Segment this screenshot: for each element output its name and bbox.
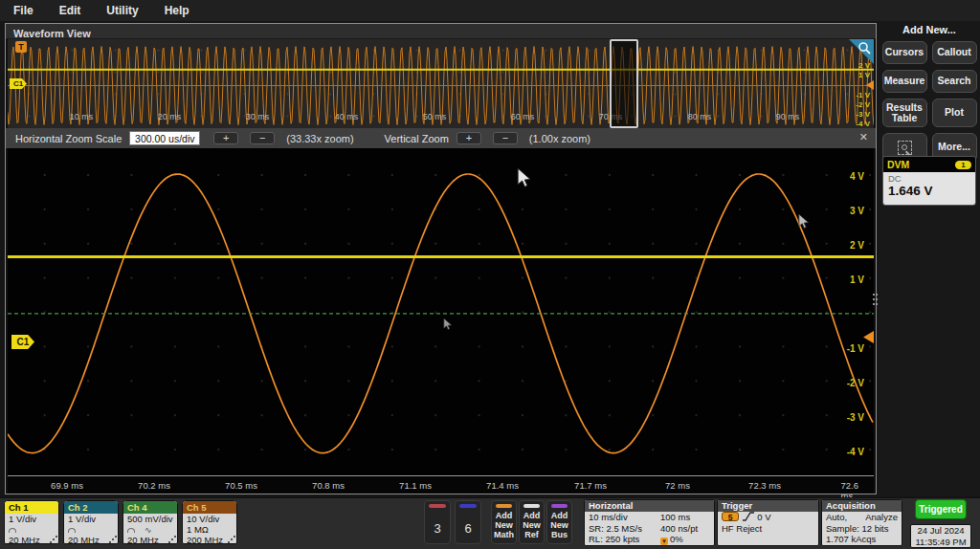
channel-4-badge[interactable]: Ch 4 500 mV/div ∿ 20 MHz (122, 500, 178, 544)
probe-icon (127, 528, 135, 533)
channel-1-bandwidth: 20 MHz (9, 536, 40, 545)
channel-2-bandwidth: 20 MHz (68, 536, 100, 545)
waveform-view-tab[interactable]: Waveform View (6, 24, 876, 39)
waveform-view-container: Waveform View T C1 10 ms20 ms30 ms40 ms5… (5, 23, 877, 494)
h-position: 0% (670, 534, 683, 544)
waveform-6-color-stripe (459, 504, 477, 508)
zoom-view-y-tick: -4 V (847, 447, 864, 457)
mouse-cursor (798, 214, 810, 229)
waveform-3-color-stripe (429, 504, 446, 508)
zoom-view-x-tick: 71.1 ms (399, 480, 432, 491)
v-zoom-label: Vertical Zoom (385, 133, 449, 144)
record-overview-plot[interactable]: T C1 10 ms20 ms30 ms40 ms50 ms60 ms70 ms… (8, 39, 874, 128)
zoom-view-x-tick: 72.3 ms (748, 480, 781, 491)
add-new-title: Add New... (879, 24, 980, 35)
overview-y-tick: -2 V (856, 100, 870, 109)
trigger-title: Trigger (718, 500, 818, 512)
dvm-value: 1.646 V (888, 184, 970, 198)
signal-path-icon (168, 541, 170, 543)
zoom-view-plot[interactable]: C1 4 V3 V2 V1 V-1 V-2 V-3 V-4 V (8, 148, 874, 475)
trigger-badge[interactable]: Trigger 5 0 V HF Reject (717, 499, 819, 546)
zoom-view-x-axis: 69.9 ms70.2 ms70.5 ms70.8 ms71.1 ms71.4 … (8, 475, 874, 494)
zoom-view-y-tick: 4 V (850, 171, 864, 182)
overview-y-tick: -3 V (856, 110, 870, 119)
time-text: 11:35:49 PM (911, 537, 970, 548)
signal-path-icon (50, 541, 52, 543)
dvm-badge[interactable]: DVM 1 DC 1.646 V (882, 156, 976, 206)
channel-5-impedance: 1 MΩ (187, 525, 233, 535)
zoom-view-y-tick: -3 V (847, 412, 864, 423)
horizontal-title: Horizontal (585, 500, 714, 512)
h-zoom-minus-button[interactable]: − (250, 132, 275, 144)
add-new-math-button[interactable]: Add New Math (491, 500, 517, 544)
zoom-view-y-tick: 1 V (850, 274, 864, 285)
zoom-close-icon[interactable]: ✕ (859, 131, 868, 143)
channel-5-label: Ch 5 (187, 502, 207, 513)
callout-button[interactable]: Callout (932, 41, 977, 64)
channel-5-bandwidth: 200 MHz (187, 536, 223, 545)
plot-button[interactable]: Plot (932, 99, 977, 127)
acquisition-badge[interactable]: Acquisition Auto, Analyze Sample: 12 bit… (821, 499, 902, 546)
trigger-source-badge: 5 (722, 512, 739, 521)
overview-x-tick: 60 ms (511, 112, 535, 121)
h-zoom-scale-input[interactable] (129, 131, 200, 145)
channel-1-scale: 1 V/div (9, 515, 55, 525)
waveform-6-button[interactable]: 6 (455, 500, 481, 544)
panel-resize-handle[interactable] (872, 292, 879, 311)
dvm-source-badge[interactable]: 1 (955, 161, 971, 169)
h-window: 100 ms (660, 512, 710, 523)
h-resolution: 400 ns/pt (660, 523, 710, 535)
overview-x-tick: 90 ms (776, 112, 800, 121)
acq-analyze: Analyze (865, 512, 898, 523)
results-table-button[interactable]: Results Table (882, 99, 927, 127)
zoom-view-x-tick: 69.9 ms (51, 480, 83, 491)
trigger-time-marker[interactable]: T (15, 41, 27, 53)
channel-4-scale: 500 mV/div (127, 515, 173, 525)
channel-5-badge[interactable]: Ch 5 10 V/div 1 MΩ 200 MHz (182, 500, 237, 544)
overview-x-tick: 40 ms (335, 112, 359, 121)
h-zoom-plus-button[interactable]: + (213, 132, 238, 144)
overview-y-tick: -4 V (856, 120, 870, 128)
zoom-view-x-tick: 72 ms (665, 480, 690, 491)
search-button[interactable]: Search (932, 70, 977, 93)
sine-wave-icon: ∿ (145, 525, 152, 535)
menu-utility[interactable]: Utility (106, 4, 138, 17)
dvm-mode: DC (888, 173, 970, 184)
h-zoom-factor: (33.33x zoom) (286, 133, 353, 144)
zoom-view-y-tick: 2 V (850, 240, 864, 251)
zoom-view-y-tick: -2 V (847, 378, 864, 388)
acq-mode: Auto, (826, 512, 847, 523)
probe-icon (68, 528, 76, 533)
signal-path-icon (109, 541, 111, 543)
add-new-bus-button[interactable]: Add New Bus (546, 500, 572, 544)
cursors-button[interactable]: Cursors (882, 41, 927, 64)
zoom-view-x-tick: 70.8 ms (312, 480, 345, 491)
channel-1-badge[interactable]: Ch 1 1 V/div 20 MHz (4, 500, 59, 544)
overview-x-tick: 50 ms (423, 112, 447, 121)
waveform-3-button[interactable]: 3 (424, 500, 451, 544)
acq-sample: Sample: 12 bits (826, 523, 898, 535)
add-new-panel: Add New... Cursors Callout Measure Searc… (879, 21, 980, 495)
trigger-position-icon: ▼ (660, 538, 668, 545)
zoom-view-x-tick: 71.4 ms (486, 480, 519, 491)
zoom-view-waveforms (8, 148, 874, 475)
overview-x-tick: 20 ms (158, 112, 182, 121)
overview-zoom-icon[interactable] (849, 39, 874, 64)
h-zoom-scale-label: Horizontal Zoom Scale (15, 133, 122, 144)
channel-4-bandwidth: 20 MHz (127, 536, 159, 545)
v-zoom-plus-button[interactable]: + (457, 132, 481, 144)
horizontal-badge[interactable]: Horizontal 10 ms/div 100 ms SR: 2.5 MS/s… (584, 499, 715, 546)
channel-5-scale: 10 V/div (187, 515, 233, 525)
add-new-ref-button[interactable]: Add New Ref (519, 500, 545, 544)
menu-edit[interactable]: Edit (59, 4, 81, 17)
zoom-window-handle[interactable] (610, 39, 638, 128)
channel-2-scale: 1 V/div (68, 515, 114, 525)
menu-file[interactable]: File (13, 4, 33, 17)
channel-2-badge[interactable]: Ch 2 1 V/div 20 MHz (63, 500, 119, 544)
menu-help[interactable]: Help (165, 4, 189, 17)
zoom-view-y-tick: -1 V (847, 343, 864, 354)
ref-color-stripe (523, 504, 540, 508)
measure-button[interactable]: Measure (882, 70, 927, 93)
math-color-stripe (496, 504, 512, 508)
v-zoom-minus-button[interactable]: − (493, 132, 518, 144)
